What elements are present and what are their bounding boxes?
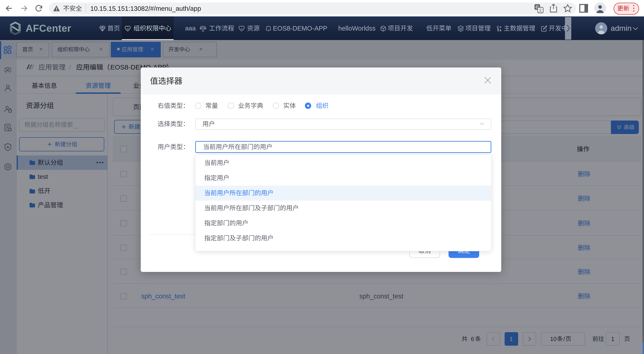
svg-text:文: 文: [538, 8, 542, 12]
